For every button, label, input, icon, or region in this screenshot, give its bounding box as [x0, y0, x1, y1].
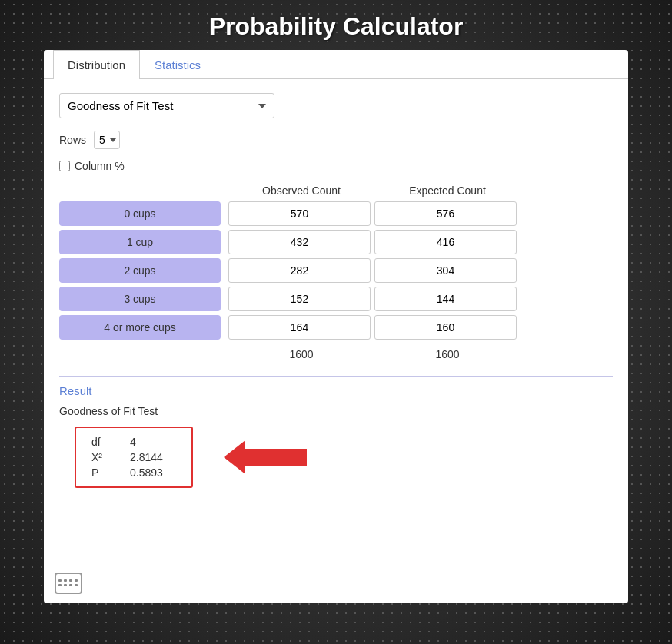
totals-row: 1600 1600 [59, 348, 613, 360]
tab-statistics[interactable]: Statistics [140, 50, 215, 79]
distribution-dropdown[interactable]: Goodness of Fit Test Chi-Square Normal B… [59, 93, 274, 118]
row-label-0[interactable]: 0 cups [59, 201, 221, 226]
stat-label-df: df [91, 436, 115, 448]
row-label-3[interactable]: 3 cups [59, 287, 221, 311]
stat-p: P 0.5893 [91, 466, 176, 479]
page-title: Probability Calculator [209, 12, 464, 41]
arrow-body [245, 449, 307, 466]
expected-0[interactable] [374, 201, 517, 226]
keyboard-keys-icon [58, 579, 78, 587]
expected-4[interactable] [374, 315, 517, 340]
stats-and-arrow: df 4 X² 2.8144 P 0.5893 [67, 427, 613, 488]
stats-box: df 4 X² 2.8144 P 0.5893 [75, 427, 193, 488]
stat-value-p: 0.5893 [130, 466, 176, 479]
rows-container: Rows 3 4 5 6 7 [59, 131, 613, 149]
keyboard-icon[interactable] [55, 573, 82, 594]
result-subtitle: Goodness of Fit Test [59, 405, 613, 417]
row-label-4[interactable]: 4 or more cups [59, 315, 221, 340]
rows-select[interactable]: 3 4 5 6 7 [94, 131, 120, 149]
column-percent-checkbox[interactable] [59, 161, 70, 171]
stat-value-x2: 2.8144 [130, 451, 176, 463]
observed-3[interactable] [228, 287, 371, 311]
stat-df: df 4 [91, 436, 176, 448]
table-row: 3 cups [59, 287, 613, 311]
expected-3[interactable] [374, 287, 517, 311]
stat-label-p: P [91, 466, 115, 479]
observed-count-header: Observed Count [228, 184, 374, 197]
result-section: Result Goodness of Fit Test df 4 X² 2.81… [59, 376, 613, 488]
observed-total: 1600 [228, 348, 374, 360]
content-area: Goodness of Fit Test Chi-Square Normal B… [44, 79, 628, 502]
stat-label-x2: X² [91, 451, 115, 463]
row-label-1[interactable]: 1 cup [59, 230, 221, 254]
observed-1[interactable] [228, 230, 371, 254]
stat-x2: X² 2.8144 [91, 451, 176, 463]
expected-total: 1600 [374, 348, 521, 360]
tab-bar: Distribution Statistics [44, 50, 628, 79]
table-header: Observed Count Expected Count [59, 184, 613, 197]
table-row: 1 cup [59, 230, 613, 254]
main-panel: Distribution Statistics Goodness of Fit … [44, 50, 628, 603]
observed-0[interactable] [228, 201, 371, 226]
table-row: 2 cups [59, 258, 613, 283]
arrow-head [224, 440, 245, 474]
result-heading: Result [59, 384, 613, 397]
expected-1[interactable] [374, 230, 517, 254]
dropdown-container: Goodness of Fit Test Chi-Square Normal B… [59, 93, 613, 118]
expected-count-header: Expected Count [374, 184, 521, 197]
table-row: 4 or more cups [59, 315, 613, 340]
tab-distribution[interactable]: Distribution [53, 50, 140, 79]
rows-label: Rows [59, 134, 86, 146]
observed-2[interactable] [228, 258, 371, 283]
observed-4[interactable] [228, 315, 371, 340]
row-label-2[interactable]: 2 cups [59, 258, 221, 283]
data-table: Observed Count Expected Count 0 cups 1 c… [59, 184, 613, 360]
column-percent-container: Column % [59, 160, 613, 172]
stat-value-df: 4 [130, 436, 176, 448]
arrow-indicator [224, 440, 307, 474]
column-percent-label[interactable]: Column % [75, 160, 125, 172]
expected-2[interactable] [374, 258, 517, 283]
table-row: 0 cups [59, 201, 613, 226]
